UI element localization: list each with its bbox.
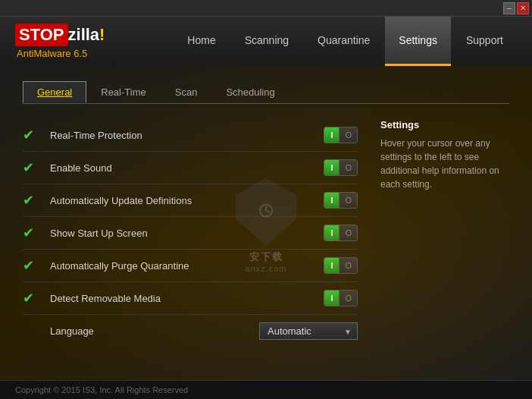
setting-row-realtime: ✔ Real-Time Protection I O	[23, 119, 358, 152]
toggle-sound[interactable]: I O	[324, 159, 358, 176]
toggle-off-removable[interactable]: O	[340, 291, 357, 306]
main-nav: Home Scanning Quarantine Settings Suppor…	[174, 17, 517, 66]
toggle-on-sound[interactable]: I	[324, 160, 340, 175]
nav-scanning[interactable]: Scanning	[231, 17, 302, 66]
help-panel: Settings Hover your cursor over any sett…	[373, 119, 509, 347]
check-icon-purge: ✔	[23, 257, 41, 274]
copyright-text: Copyright © 2015 IS3, Inc. All Rights Re…	[15, 385, 188, 394]
tab-scan[interactable]: Scan	[161, 81, 212, 103]
setting-row-sound: ✔ Enable Sound I O	[23, 152, 358, 184]
toggle-startup[interactable]: I O	[324, 225, 358, 241]
nav-quarantine[interactable]: Quarantine	[304, 17, 383, 66]
language-label: Language	[50, 325, 259, 337]
nav-home[interactable]: Home	[174, 17, 229, 66]
title-bar: – ✕	[0, 0, 532, 17]
toggle-purge[interactable]: I O	[324, 257, 358, 274]
toggle-on-purge[interactable]: I	[324, 258, 340, 273]
header: STOP zilla ! AntiMalware 6.5 Home Scanni…	[0, 17, 532, 66]
setting-row-startup: ✔ Show Start Up Screen I O	[23, 217, 358, 250]
tab-realtime[interactable]: Real-Time	[86, 81, 160, 103]
toggle-off-realtime[interactable]: O	[340, 127, 357, 143]
language-select[interactable]: Automatic English Spanish French German	[259, 322, 358, 340]
sub-tabs: General Real-Time Scan Scheduling	[23, 81, 509, 104]
help-title: Settings	[380, 119, 509, 130]
toggle-off-startup[interactable]: O	[340, 225, 357, 240]
toggle-off-update[interactable]: O	[340, 193, 357, 208]
toggle-off-purge[interactable]: O	[340, 258, 357, 273]
help-text: Hover your cursor over any settings to t…	[380, 137, 509, 191]
nav-settings[interactable]: Settings	[385, 17, 451, 66]
check-icon-startup: ✔	[23, 225, 41, 241]
logo-zilla: zilla	[68, 25, 100, 45]
settings-list: ✔ Real-Time Protection I O ✔ Enable Soun…	[23, 119, 358, 347]
setting-row-purge: ✔ Automatically Purge Quarantine I O	[23, 250, 358, 282]
setting-label-sound: Enable Sound	[50, 162, 324, 174]
logo-subtitle: AntiMalware 6.5	[17, 48, 174, 59]
setting-row-update: ✔ Automatically Update Definitions I O	[23, 184, 358, 217]
toggle-realtime[interactable]: I O	[324, 127, 358, 143]
minimize-button[interactable]: –	[503, 2, 515, 14]
setting-label-purge: Automatically Purge Quarantine	[50, 260, 324, 272]
logo-stop: STOP	[15, 24, 68, 46]
language-row: Language Automatic English Spanish Frenc…	[23, 315, 358, 347]
toggle-on-startup[interactable]: I	[324, 225, 340, 240]
tab-general[interactable]: General	[23, 81, 86, 103]
check-icon-sound: ✔	[23, 159, 41, 176]
logo: STOP zilla ! AntiMalware 6.5	[15, 24, 174, 59]
setting-label-update: Automatically Update Definitions	[50, 195, 324, 206]
toggle-on-update[interactable]: I	[324, 193, 340, 208]
logo-exclaim: !	[99, 25, 105, 45]
tab-scheduling[interactable]: Scheduling	[211, 81, 289, 103]
setting-row-removable: ✔ Detect Removable Media I O	[23, 282, 358, 315]
toggle-on-realtime[interactable]: I	[324, 127, 340, 143]
setting-label-startup: Show Start Up Screen	[50, 228, 324, 239]
language-wrapper: Automatic English Spanish French German …	[259, 322, 358, 340]
toggle-update[interactable]: I O	[324, 192, 358, 209]
setting-label-removable: Detect Removable Media	[50, 293, 324, 304]
check-icon-removable: ✔	[23, 290, 41, 306]
check-icon-realtime: ✔	[23, 127, 41, 143]
close-button[interactable]: ✕	[517, 2, 529, 14]
toggle-on-removable[interactable]: I	[324, 291, 340, 306]
main-content: General Real-Time Scan Scheduling ✔ Real…	[0, 66, 532, 385]
nav-support[interactable]: Support	[452, 17, 517, 66]
toggle-off-sound[interactable]: O	[340, 160, 357, 175]
footer: Copyright © 2015 IS3, Inc. All Rights Re…	[0, 380, 532, 399]
toggle-removable[interactable]: I O	[324, 290, 358, 306]
check-icon-update: ✔	[23, 192, 41, 209]
setting-label-realtime: Real-Time Protection	[50, 130, 324, 141]
